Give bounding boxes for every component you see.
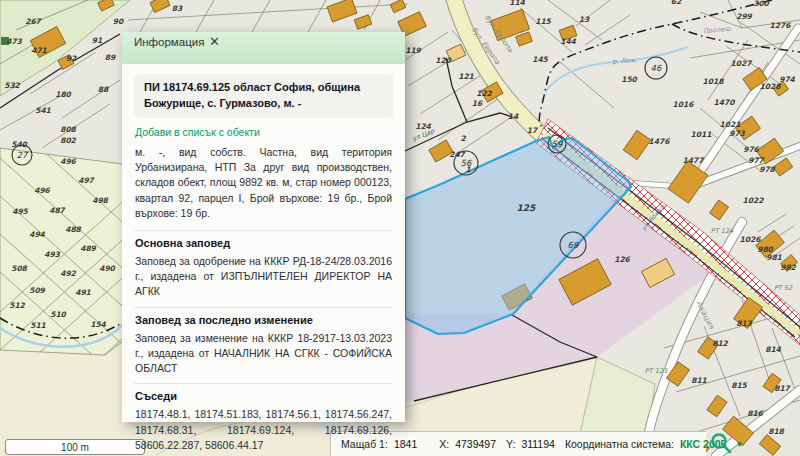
parcel-label: 299 (736, 12, 752, 21)
parcel-label: 120 (435, 56, 451, 65)
region-circle-label: 69 (568, 240, 579, 250)
section-text: Заповед за одобрение на КККР РД-18-24/28… (135, 254, 392, 300)
parcel-label: 122 (476, 89, 492, 98)
parcel-label: 540 (11, 140, 27, 149)
parcel-label: 973 (729, 129, 745, 138)
parcel-label: 1276 (770, 21, 792, 30)
parcel-label: 1028 (760, 82, 782, 91)
section-text: Заповед за изменение на КККР 18-2917-13.… (135, 331, 392, 377)
parcel-label: 977 (748, 156, 764, 165)
parcel-label: 16 (472, 99, 483, 108)
parcel-label: 1022 (743, 196, 765, 205)
parcel-label: 491 (75, 288, 91, 297)
parcel-label: 494 (29, 230, 45, 239)
parcel-label: 1018 (703, 77, 725, 86)
parcel-label: 541 (35, 106, 51, 115)
parcel-label: 88 (98, 85, 109, 94)
parcel-label: 115 (535, 17, 551, 26)
panel-body: ПИ 18174.69.125 област София, община Бож… (122, 64, 405, 456)
parcel-label: 509 (29, 286, 45, 295)
region-circle-label: 27 (17, 150, 29, 160)
crs-label: Координатна система: (565, 438, 674, 450)
parcel-label: 473 (6, 37, 22, 46)
parcel-label: 816 (747, 409, 763, 418)
parcel-label: 488 (65, 225, 81, 234)
parcel-label: 802 (60, 136, 76, 145)
parcel-label: 92 (66, 54, 77, 63)
info-panel: Информация ✕ ПИ 18174.69.125 област Софи… (122, 32, 405, 422)
parcel-label: 125 (517, 203, 537, 213)
parcel-label: 471 (31, 46, 47, 55)
y-label: Y: (506, 438, 515, 450)
parcel-label: 1476 (649, 137, 671, 146)
property-description: м. -, вид собств. Частна, вид територия … (135, 145, 392, 221)
region-circle-label: 46 (651, 63, 662, 73)
panel-section: Заповед за последно изменениеЗаповед за … (134, 307, 393, 384)
parcel-label: 815 (731, 381, 747, 390)
parcel-label: 119 (405, 46, 421, 55)
parcel-label: 982 (780, 263, 796, 272)
panel-section: Основна заповедЗаповед за одобрение на К… (134, 230, 393, 307)
parcel-label: 811 (691, 376, 707, 385)
parcel-label: 300 (753, 0, 769, 8)
section-text: 18174.48.1, 18174.51.183, 18174.56.1, 18… (135, 407, 392, 453)
parcel-label: 493 (44, 250, 60, 259)
add-to-list-link[interactable]: Добави в списък с обекти (135, 126, 392, 138)
region-circle-label: 59 (552, 139, 563, 149)
parcel-label: 267 (25, 17, 41, 26)
property-title: ПИ 18174.69.125 област София, община Бож… (134, 74, 393, 118)
parcel-label: 14 (508, 112, 519, 121)
parcel-label: 114 (509, 0, 525, 7)
parcel-label: 89 (105, 53, 116, 62)
scale-bar-label: 100 m (61, 442, 89, 453)
app-window: 2674734718390919289885325411808088025404… (0, 0, 800, 456)
parcel-label: 492 (60, 269, 76, 278)
parcel-label: 813 (736, 319, 752, 328)
parcel-label: 1016 (673, 100, 695, 109)
panel-title: Информация (134, 36, 204, 48)
parcel-label: 532 (4, 81, 20, 90)
panel-sections: Основна заповедЗаповед за одобрение на К… (134, 230, 393, 456)
close-icon[interactable]: ✕ (209, 34, 220, 49)
parcel-label: 498 (92, 196, 108, 205)
search-icon[interactable] (707, 430, 735, 456)
parcel-label: 981 (766, 253, 782, 262)
parcel-label: 1027 (731, 59, 753, 68)
street-label: РТ 123 (645, 367, 668, 375)
parcel-label: 144 (560, 37, 576, 46)
region-circle-label: 56 (461, 158, 472, 168)
parcel-label: 496 (60, 157, 76, 166)
parcel-label: 976 (743, 145, 759, 154)
parcel-label: 511 (30, 321, 46, 330)
parcel-label: 17 (527, 126, 538, 135)
parcel-label: 808 (60, 125, 76, 134)
x-label: X: (439, 438, 449, 450)
y-value: 311194 (521, 438, 554, 450)
parcel-label: 150 (621, 75, 637, 84)
parcel-label: 978 (759, 165, 775, 174)
chevron-down-icon[interactable]: ▼ (735, 440, 743, 449)
parcel-label: 508 (11, 264, 27, 273)
parcel-label: 510 (50, 310, 66, 319)
parcel-label: 489 (80, 244, 96, 253)
parcel-label: 1021 (720, 120, 741, 129)
parcel-label: 145 (532, 55, 548, 64)
x-value: 4739497 (455, 438, 496, 450)
panel-section: Съседи18174.48.1, 18174.51.183, 18174.56… (134, 383, 393, 456)
parcel-label: 814 (765, 345, 781, 354)
section-heading: Заповед за последно изменение (135, 314, 392, 326)
street-label: РТ 52 (774, 284, 793, 292)
parcel-label: 495 (12, 207, 28, 216)
parcel-label: 1470 (714, 98, 736, 107)
parcel-label: 154 (90, 320, 106, 329)
parcel-label: 812 (712, 339, 728, 348)
parcel-label: 817 (774, 384, 790, 393)
parcel-label: 121 (458, 72, 474, 81)
section-heading: Основна заповед (135, 237, 392, 249)
parcel-label: 91 (92, 36, 102, 45)
section-heading: Съседи (135, 390, 392, 402)
parcel-label: 90 (113, 17, 124, 26)
parcel-label: 487 (49, 206, 65, 215)
parcel-label: 496 (34, 186, 50, 195)
street-label: РТ 124 (711, 227, 734, 235)
